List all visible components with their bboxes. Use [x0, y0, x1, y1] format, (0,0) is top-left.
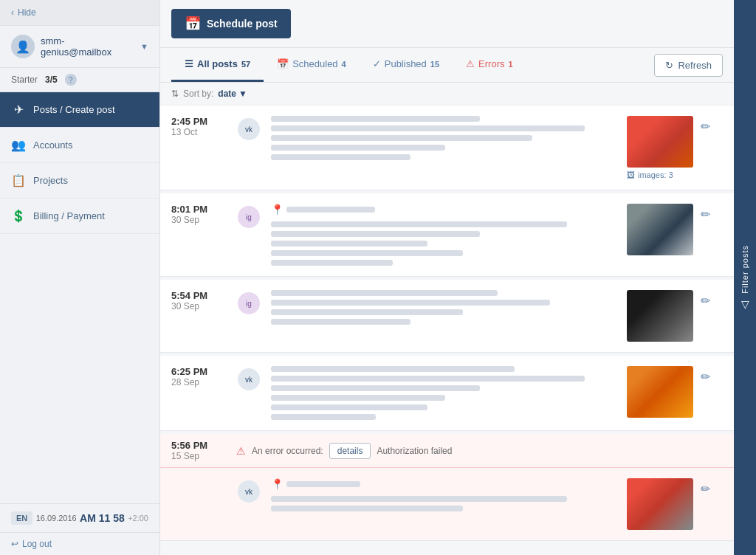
- tab-scheduled[interactable]: 📅 Scheduled 4: [264, 48, 360, 82]
- published-count: 15: [430, 60, 439, 69]
- account-avatar: ig: [238, 292, 260, 314]
- tab-published[interactable]: ✓ Published 15: [360, 48, 453, 82]
- edit-button[interactable]: ✏: [701, 207, 710, 221]
- sidebar-item-posts[interactable]: ✈ Posts / Create post: [0, 92, 159, 128]
- post-actions: ✏: [701, 204, 723, 221]
- post-image: [627, 366, 693, 418]
- sidebar-item-billing[interactable]: 💲 Billing / Payment: [0, 199, 159, 234]
- post-actions: ✏: [701, 366, 723, 384]
- text-line: [271, 145, 445, 151]
- post-image: [627, 290, 693, 342]
- post-image: [627, 478, 693, 530]
- main-header: 📅 Schedule post: [160, 0, 734, 48]
- post-account: ig: [238, 290, 264, 314]
- post-time: 5:56 PM 15 Sep: [171, 440, 230, 461]
- text-line: [271, 376, 585, 382]
- edit-button[interactable]: ✏: [701, 482, 710, 496]
- footer-time: AM 11 58: [80, 512, 125, 524]
- text-line: [271, 366, 515, 372]
- published-icon: ✓: [373, 58, 381, 69]
- error-text: An error occurred:: [252, 446, 323, 456]
- avatar: 👤: [11, 35, 35, 58]
- plan-info: Starter 3/5 ?: [0, 68, 159, 92]
- sort-value-text: date: [218, 89, 236, 99]
- language-badge[interactable]: EN: [11, 511, 32, 525]
- sidebar-item-accounts[interactable]: 👥 Accounts: [0, 128, 159, 163]
- post-row: 8:01 PM 30 Sep ig 📍: [160, 193, 734, 277]
- schedule-btn-label: Schedule post: [207, 18, 278, 30]
- text-line: [271, 309, 463, 315]
- text-line: [271, 231, 480, 237]
- logout-label: Log out: [22, 539, 52, 549]
- error-details-button[interactable]: details: [329, 443, 371, 459]
- error-message: Authorization failed: [377, 446, 452, 456]
- sidebar-item-projects[interactable]: 📋 Projects: [0, 163, 159, 199]
- error-details-label: details: [337, 446, 363, 456]
- refresh-label: Refresh: [678, 60, 712, 71]
- tabs-bar: ☰ All posts 57 📅 Scheduled 4 ✓ Published…: [160, 48, 734, 83]
- sidebar-footer: EN 16.09.2016 AM 11 58 +2:00: [0, 503, 159, 532]
- plan-help-button[interactable]: ?: [65, 74, 77, 86]
- user-account[interactable]: 👤 smm-genius@mailbox ▼: [0, 26, 159, 68]
- account-avatar: vk: [238, 480, 260, 503]
- post-text-content: 📍: [271, 478, 619, 511]
- post-row: 2:45 PM 13 Oct vk 🖼 images: 3: [160, 106, 734, 190]
- main-content: 📅 Schedule post ☰ All posts 57 📅 Schedul…: [160, 0, 734, 555]
- text-line: [271, 290, 498, 296]
- errors-count: 1: [508, 60, 512, 69]
- account-avatar: vk: [238, 118, 260, 140]
- post-text-content: [271, 366, 619, 420]
- schedule-post-button[interactable]: 📅 Schedule post: [171, 9, 291, 38]
- projects-icon: 📋: [11, 173, 26, 187]
- tab-errors[interactable]: ⚠ Errors 1: [453, 48, 526, 82]
- schedule-icon: 📅: [185, 15, 201, 32]
- account-avatar: ig: [238, 206, 260, 228]
- refresh-icon: ↻: [665, 60, 673, 71]
- text-line: [271, 385, 480, 391]
- posts-icon: ✈: [11, 103, 26, 117]
- post-account: vk: [238, 478, 264, 503]
- post-text-content: [271, 116, 619, 160]
- text-line: [271, 241, 427, 247]
- post-image-col: [627, 290, 693, 342]
- time-hours: 11: [99, 512, 111, 524]
- tab-scheduled-label: Scheduled: [292, 58, 337, 69]
- scheduled-count: 4: [342, 60, 346, 69]
- post-text-content: [271, 290, 619, 325]
- post-row: 5:54 PM 30 Sep ig ✏: [160, 280, 734, 353]
- text-line: [286, 207, 375, 213]
- text-line: [271, 135, 532, 141]
- timezone: +2:00: [128, 514, 148, 523]
- post-time: 5:54 PM 30 Sep: [171, 290, 230, 311]
- post-image-col: 🖼 images: 3: [627, 116, 693, 179]
- username: smm-genius@mailbox: [41, 35, 134, 58]
- location-icon: 📍: [271, 204, 284, 216]
- text-line: [271, 395, 445, 401]
- tab-all-posts-label: All posts: [197, 58, 238, 69]
- tab-errors-label: Errors: [478, 58, 504, 69]
- post-meta: 📍: [271, 478, 619, 490]
- error-warning-icon: ⚠: [236, 445, 246, 457]
- sort-bar: ⇅ Sort by: date ▼: [160, 83, 734, 106]
- post-image: [627, 116, 693, 168]
- all-posts-count: 57: [241, 60, 250, 69]
- refresh-button[interactable]: ↻ Refresh: [654, 54, 723, 77]
- logout-button[interactable]: ↩ Log out: [0, 532, 159, 555]
- post-image: [627, 204, 693, 255]
- time-minutes: 58: [113, 512, 125, 524]
- tab-all-posts[interactable]: ☰ All posts 57: [171, 48, 264, 82]
- edit-button[interactable]: ✏: [701, 370, 710, 384]
- footer-date: 16.09.2016: [36, 514, 77, 523]
- sort-arrow-icon: ▼: [238, 89, 247, 99]
- sort-value-button[interactable]: date ▼: [218, 89, 247, 99]
- dropdown-arrow-icon: ▼: [140, 42, 148, 51]
- text-line: [271, 496, 567, 502]
- time-period: AM: [80, 512, 96, 524]
- sidebar-item-label: Projects: [33, 175, 68, 186]
- hide-button[interactable]: ‹ Hide: [0, 0, 159, 26]
- edit-button[interactable]: ✏: [701, 294, 710, 308]
- text-line: [271, 260, 393, 266]
- text-line: [271, 414, 376, 420]
- filter-panel[interactable]: Filter posts ▽: [734, 0, 756, 555]
- edit-button[interactable]: ✏: [701, 120, 710, 134]
